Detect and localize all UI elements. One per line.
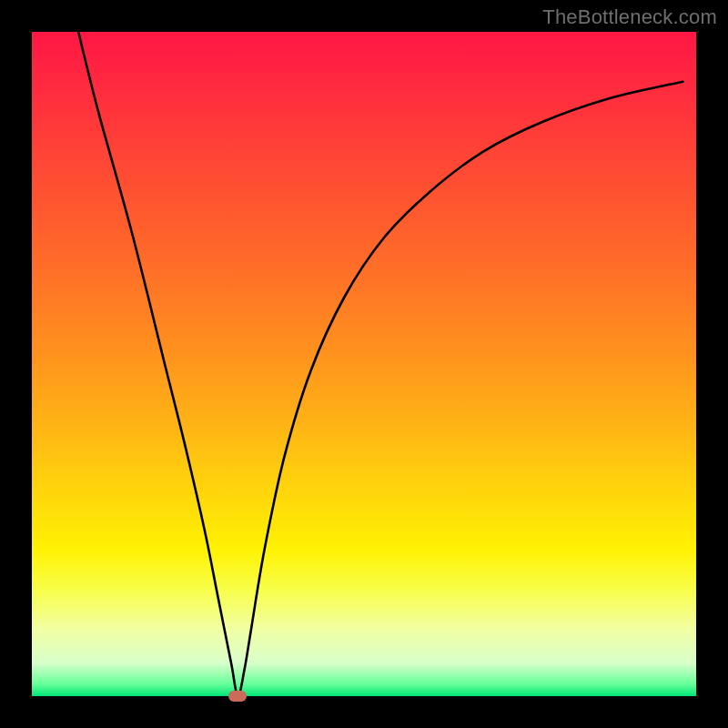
bottleneck-curve (32, 32, 696, 696)
watermark-text: TheBottleneck.com (542, 5, 717, 29)
plot-area (32, 32, 696, 696)
optimum-marker (228, 691, 247, 702)
chart-frame: TheBottleneck.com (0, 0, 728, 728)
